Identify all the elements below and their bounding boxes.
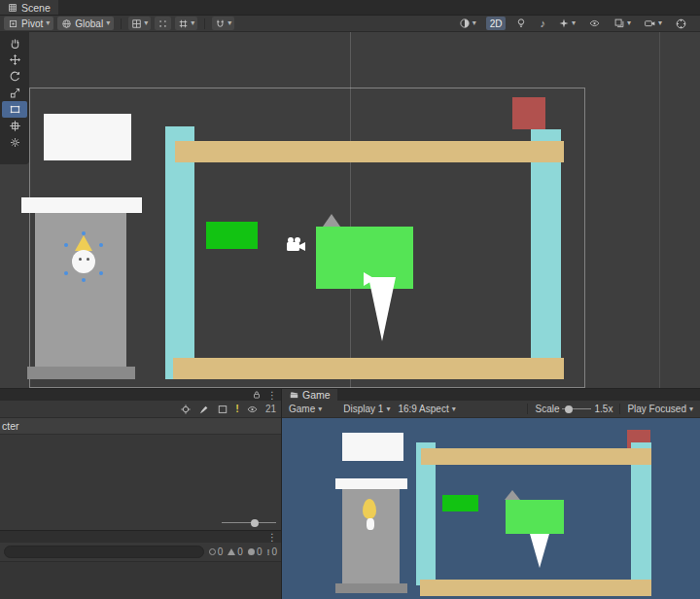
green-platform-small-sprite[interactable] (206, 222, 258, 249)
status-badge-info[interactable]: 0 (209, 546, 224, 557)
tab-scene[interactable]: Scene (0, 0, 58, 15)
scale-icon (9, 87, 21, 99)
pivot-dropdown[interactable]: Pivot ▾ (4, 17, 53, 30)
scene-grid-icon (8, 3, 18, 13)
chevron-down-icon: ▾ (627, 19, 631, 27)
view-hand-tool-button[interactable] (2, 35, 27, 52)
toolbar-divider (121, 18, 122, 29)
transform-tool-button[interactable] (2, 118, 27, 134)
game-marker-triangle-sprite (505, 490, 520, 500)
alert-button[interactable]: ! (235, 404, 239, 414)
scene-effects-dropdown[interactable]: ▾ (555, 17, 578, 30)
tab-game[interactable]: Game (282, 389, 337, 401)
red-block-sprite[interactable] (512, 97, 545, 129)
left-panel-content[interactable] (0, 435, 281, 514)
grid-snap-button[interactable]: ▾ (128, 17, 151, 30)
visibility-eye-button[interactable] (246, 404, 259, 415)
scene-camera-dropdown[interactable]: ▾ (641, 17, 665, 30)
spike-sprite[interactable] (368, 277, 396, 341)
gizmo-handle-dot[interactable] (64, 271, 68, 275)
status-badge-message[interactable]: 0 (248, 546, 262, 557)
scene-audio-toggle[interactable]: ♪ (537, 17, 548, 30)
left-panel-header-row[interactable]: cter (0, 418, 281, 435)
scene-toolbar: Pivot ▾ Global ▾ ▾ (0, 16, 700, 32)
rect-tool-button[interactable] (2, 101, 27, 118)
gizmo-handle-dot[interactable] (99, 243, 103, 247)
mode-2d-toggle[interactable]: 2D (486, 17, 507, 30)
chevron-down-icon: ▾ (472, 19, 476, 27)
error-count: 0 (271, 546, 277, 557)
scale-label: Scale (535, 404, 559, 414)
rotate-tool-button[interactable] (2, 68, 27, 85)
beam-top-sprite[interactable] (175, 141, 564, 162)
move-icon (9, 53, 21, 66)
increment-snap-button[interactable] (155, 17, 171, 30)
unity-editor-window: Scene Pivot ▾ Global ▾ (0, 0, 700, 599)
marker-triangle-sprite[interactable] (323, 214, 340, 227)
kebab-menu-icon[interactable]: ⋮ (267, 390, 277, 401)
character-hat (75, 235, 92, 251)
aspect-ratio-dropdown[interactable]: 16:9 Aspect ▾ (394, 404, 459, 414)
magnet-snap-button[interactable]: ▾ (212, 17, 234, 30)
gizmo-handle-dot[interactable] (99, 271, 103, 275)
rotate-icon (9, 70, 21, 83)
pedestal-cap-sprite[interactable] (21, 197, 142, 213)
chevron-down-icon: ▾ (386, 405, 390, 413)
game-candle-flame-sprite (363, 499, 376, 519)
scale-slider-knob[interactable] (565, 405, 573, 413)
pedestal-base-sprite[interactable] (27, 367, 135, 379)
whiteboard-sprite[interactable] (44, 114, 131, 160)
gizmo-handle-dot[interactable] (64, 243, 68, 247)
chevron-down-icon: ▾ (572, 19, 576, 27)
transform-icon (9, 120, 21, 132)
game-viewport (282, 418, 700, 599)
gizmo-handle-dot[interactable] (82, 278, 86, 282)
scale-tool-button[interactable] (2, 85, 27, 101)
lock-icon[interactable] (252, 390, 262, 400)
camera-gizmo-icon[interactable] (284, 236, 307, 254)
eraser-button[interactable] (217, 404, 228, 415)
status-badge-warning[interactable]: 0 (228, 546, 243, 557)
player-character-sprite[interactable] (62, 231, 105, 284)
global-label: Global (75, 18, 103, 29)
game-whiteboard-sprite (342, 433, 403, 461)
beam-bottom-sprite[interactable] (173, 358, 564, 379)
zoom-slider-knob[interactable] (251, 519, 259, 527)
scene-visibility-toggle[interactable] (585, 17, 604, 30)
toolbar-divider (619, 404, 620, 414)
play-focused-dropdown[interactable]: Play Focused ▾ (623, 404, 697, 414)
console-list-area[interactable] (0, 562, 281, 599)
game-view-dropdown[interactable]: Game ▾ (285, 404, 326, 414)
character-body (72, 250, 95, 273)
brush-icon (198, 404, 210, 415)
pillar-right-sprite[interactable] (531, 129, 561, 379)
zoom-slider[interactable] (222, 522, 276, 523)
chevron-down-icon: ▾ (658, 19, 662, 27)
pillar-left-sprite[interactable] (165, 126, 194, 379)
custom-tool-button[interactable] (2, 134, 27, 151)
scene-viewport[interactable] (0, 32, 700, 389)
rect-tool-icon (9, 103, 21, 116)
character-eye (79, 258, 82, 261)
search-field[interactable] (4, 546, 204, 558)
scene-gizmo-compass-button[interactable] (672, 17, 690, 30)
eye-icon (246, 404, 259, 415)
shading-mode-dropdown[interactable]: ▾ (456, 17, 479, 30)
global-dropdown[interactable]: Global ▾ (57, 17, 114, 30)
move-tool-button[interactable] (2, 52, 27, 68)
scale-slider[interactable] (562, 408, 591, 409)
layers-dropdown[interactable]: ▾ (611, 17, 634, 30)
brush-button[interactable] (198, 404, 210, 415)
gizmo-handle-dot[interactable] (82, 231, 86, 235)
snap-settings-button[interactable]: ▾ (175, 17, 197, 30)
snap-dots-icon (158, 18, 168, 29)
error-exclaim-icon: ! (266, 547, 269, 557)
left-panel-toolbar: ! 21 (0, 401, 281, 418)
kebab-menu-icon[interactable]: ⋮ (267, 532, 277, 543)
focus-crosshair-button[interactable] (180, 404, 192, 415)
status-badge-error[interactable]: ! 0 (266, 546, 277, 557)
scene-lighting-toggle[interactable] (512, 17, 530, 30)
display-dropdown[interactable]: Display 1 ▾ (339, 404, 394, 414)
aspect-label: 16:9 Aspect (398, 404, 448, 414)
gear-icon (9, 136, 21, 149)
